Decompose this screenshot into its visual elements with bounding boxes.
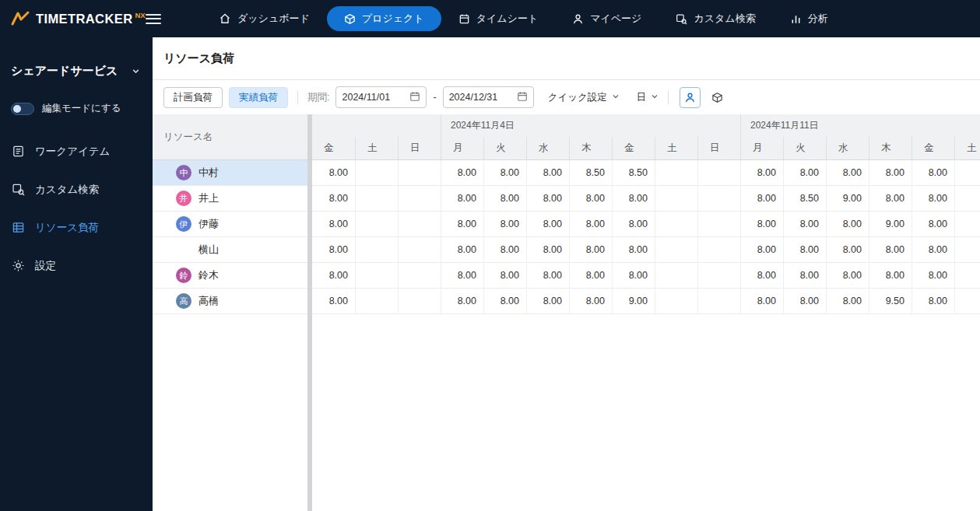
load-cell[interactable]: 8.00 <box>783 289 826 313</box>
topbar-nav-item[interactable]: タイムシート <box>441 6 556 31</box>
load-cell[interactable]: 8.00 <box>826 212 869 236</box>
load-cell[interactable]: 8.00 <box>826 289 869 313</box>
load-cell[interactable]: 8.00 <box>526 160 569 185</box>
load-cell[interactable] <box>954 263 980 288</box>
menu-toggle-icon[interactable] <box>146 14 161 24</box>
load-cell[interactable] <box>398 263 441 288</box>
load-cell[interactable] <box>355 237 398 262</box>
load-cell[interactable]: 9.00 <box>869 212 912 236</box>
load-cell[interactable]: 8.50 <box>783 186 826 211</box>
load-cell[interactable]: 8.00 <box>569 237 612 262</box>
load-cell[interactable] <box>697 212 740 236</box>
load-cell[interactable] <box>398 186 441 211</box>
load-cell[interactable]: 8.00 <box>483 212 526 236</box>
load-cell[interactable] <box>655 289 697 313</box>
workspace-selector[interactable]: シェアードサービス <box>0 37 153 79</box>
load-cell[interactable] <box>355 212 398 236</box>
load-cell[interactable]: 8.00 <box>483 160 526 185</box>
group-by-person-button[interactable] <box>680 87 701 108</box>
load-cell[interactable] <box>697 160 740 185</box>
load-cell[interactable]: 8.00 <box>569 289 612 313</box>
app-logo[interactable]: TIMETRACKER NX <box>0 10 137 27</box>
load-cell[interactable]: 8.00 <box>912 289 954 313</box>
load-cell[interactable] <box>697 289 740 313</box>
load-cell[interactable]: 8.00 <box>483 289 526 313</box>
resource-row[interactable]: 横山 <box>153 237 307 263</box>
load-cell[interactable]: 8.00 <box>312 237 355 262</box>
load-cell[interactable]: 8.00 <box>526 289 569 313</box>
load-cell[interactable] <box>697 263 740 288</box>
date-from-field[interactable] <box>335 86 427 108</box>
load-cell[interactable] <box>398 160 441 185</box>
load-cell[interactable] <box>697 237 740 262</box>
sidebar-item[interactable]: リソース負荷 <box>0 208 153 247</box>
load-cell[interactable]: 8.00 <box>312 263 355 288</box>
load-cell[interactable]: 8.00 <box>483 263 526 288</box>
load-cell[interactable]: 8.00 <box>869 237 912 262</box>
load-cell[interactable]: 8.00 <box>312 289 355 313</box>
load-cell[interactable]: 8.00 <box>441 212 483 236</box>
load-cell[interactable]: 8.00 <box>740 186 783 211</box>
date-from-input[interactable] <box>342 92 406 103</box>
load-cell[interactable]: 8.00 <box>441 160 483 185</box>
date-to-input[interactable] <box>449 92 514 103</box>
load-cell[interactable]: 8.00 <box>526 237 569 262</box>
load-cell[interactable] <box>655 237 697 262</box>
load-cell[interactable]: 8.00 <box>826 263 869 288</box>
sidebar-item[interactable]: カスタム検索 <box>0 170 153 208</box>
load-cell[interactable]: 8.00 <box>312 160 355 185</box>
load-cell[interactable]: 8.00 <box>783 237 826 262</box>
load-cell[interactable]: 8.00 <box>441 289 483 313</box>
load-cell[interactable]: 8.00 <box>826 160 869 185</box>
load-cell[interactable]: 8.00 <box>740 263 783 288</box>
load-cell[interactable]: 8.00 <box>912 212 954 236</box>
date-to-field[interactable] <box>443 86 534 108</box>
load-cell[interactable]: 8.00 <box>312 212 355 236</box>
calendar-icon[interactable] <box>517 91 528 104</box>
load-cell[interactable] <box>398 289 441 313</box>
load-cell[interactable]: 8.00 <box>569 212 612 236</box>
load-cell[interactable]: 8.00 <box>869 160 912 185</box>
load-cell[interactable]: 8.00 <box>569 186 612 211</box>
load-cell[interactable]: 8.00 <box>912 263 954 288</box>
load-cell[interactable]: 8.00 <box>783 160 826 185</box>
load-cell[interactable]: 8.00 <box>912 237 954 262</box>
resource-row[interactable]: 中中村 <box>153 160 307 186</box>
load-cell[interactable]: 9.00 <box>612 289 655 313</box>
load-cell[interactable]: 8.00 <box>783 212 826 236</box>
resource-row[interactable]: 井井上 <box>153 186 307 212</box>
load-cell[interactable]: 8.00 <box>912 160 954 185</box>
load-cell[interactable] <box>954 289 980 313</box>
granularity-dropdown[interactable]: 日 <box>637 91 659 104</box>
sidebar-item[interactable]: ワークアイテム <box>0 132 153 170</box>
load-cell[interactable]: 8.00 <box>740 289 783 313</box>
load-cell[interactable] <box>655 263 697 288</box>
load-cell[interactable] <box>655 186 697 211</box>
load-cell[interactable]: 8.00 <box>826 237 869 262</box>
load-cell[interactable]: 9.50 <box>869 289 912 313</box>
load-cell[interactable] <box>355 263 398 288</box>
load-cell[interactable]: 8.00 <box>441 186 483 211</box>
actual-load-button[interactable]: 実績負荷 <box>229 87 288 108</box>
load-cell[interactable] <box>655 212 697 236</box>
load-cell[interactable]: 8.00 <box>740 160 783 185</box>
load-cell[interactable] <box>954 186 980 211</box>
load-cell[interactable]: 9.00 <box>826 186 869 211</box>
load-cell[interactable]: 8.00 <box>869 263 912 288</box>
load-cell[interactable]: 8.50 <box>612 160 655 185</box>
resource-row[interactable]: 伊伊藤 <box>153 212 307 237</box>
load-cell[interactable]: 8.00 <box>612 237 655 262</box>
load-cell[interactable]: 8.00 <box>612 212 655 236</box>
load-cell[interactable] <box>655 160 697 185</box>
load-cell[interactable]: 8.00 <box>483 186 526 211</box>
load-cell[interactable]: 8.00 <box>312 186 355 211</box>
load-cell[interactable] <box>954 160 980 185</box>
load-cell[interactable]: 8.00 <box>483 237 526 262</box>
load-cell[interactable]: 8.00 <box>441 263 483 288</box>
group-by-project-button[interactable] <box>707 87 728 108</box>
topbar-nav-item[interactable]: ダッシュボード <box>202 6 327 31</box>
load-cell[interactable]: 8.00 <box>740 212 783 236</box>
edit-mode-toggle[interactable]: 編集モードにする <box>11 102 153 115</box>
load-cell[interactable] <box>355 289 398 313</box>
load-cell[interactable]: 8.00 <box>783 263 826 288</box>
